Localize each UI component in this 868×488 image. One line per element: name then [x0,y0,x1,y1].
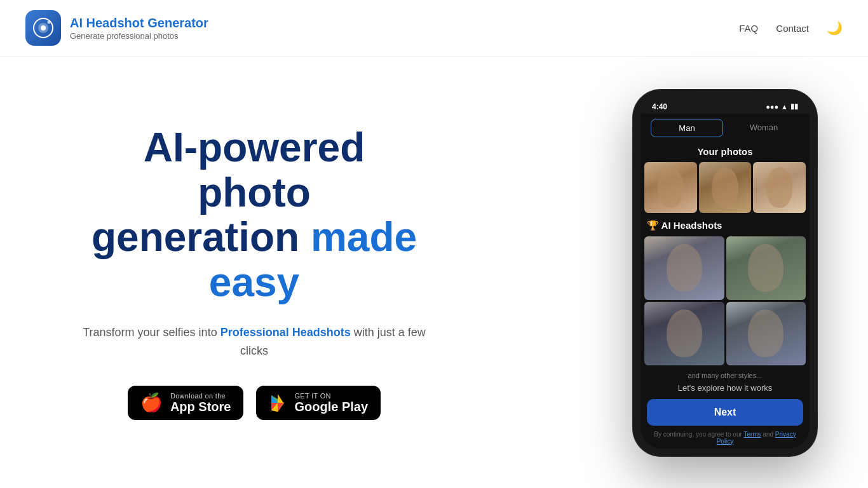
phone-mockup: 4:40 ●●● ▲ ▮▮ Man Woman Your photos [633,90,817,456]
faq-link[interactable]: FAQ [739,23,758,34]
face-silhouette-1 [658,167,684,208]
gen-face-4 [748,309,783,357]
terms-link[interactable]: Terms [743,431,761,438]
gen-photo-1 [644,236,724,300]
gen-photo-4 [726,302,806,365]
hero-title: AI-powered photo generation made easy [92,125,417,304]
generated-photos-grid [641,236,810,365]
app-store-text: Download on the App Store [170,392,231,414]
main-content: AI-powered photo generation made easy Tr… [0,57,868,488]
logo-icon [25,10,61,46]
user-photos-grid [641,162,810,213]
more-styles-text: and many other styles... [647,372,803,379]
title-part1: AI-powered [144,125,365,170]
terms-prefix: By continuing, you agree to our [654,431,743,438]
user-photo-3 [753,162,806,213]
google-play-main: Google Play [294,400,368,414]
explore-text: Let's explore how it works [647,383,803,393]
google-play-top: GET IT ON [294,392,330,400]
phone-bottom-section: and many other styles... Let's explore h… [641,365,810,449]
store-buttons-container: 🍎 Download on the App Store [128,386,381,420]
signal-icon: ●●● [766,103,778,111]
face-silhouette-3 [766,167,792,208]
gen-face-3 [667,309,702,357]
left-section: AI-powered photo generation made easy Tr… [76,125,432,419]
svg-point-2 [41,25,46,30]
subtitle-prefix: Transform your selfies into [83,326,220,339]
phone-time: 4:40 [652,102,667,111]
subtitle-highlight: Professional Headshots [220,326,351,339]
app-store-main: App Store [170,400,231,414]
terms-and: and [763,431,775,438]
user-photo-1 [644,162,697,213]
title-part2: photo [198,170,311,215]
svg-point-3 [48,21,51,24]
app-title: AI Headshot Generator [70,16,208,30]
hero-subtitle: Transform your selfies into Professional… [76,323,432,360]
app-store-button[interactable]: 🍎 Download on the App Store [128,386,244,420]
title-part4: made [311,214,417,260]
status-icons: ●●● ▲ ▮▮ [766,102,798,111]
logo-area: AI Headshot Generator Generate professio… [25,10,208,46]
wifi-icon: ▲ [781,103,788,111]
photos-heading: Your photos [641,142,810,162]
next-button[interactable]: Next [647,399,803,426]
face-silhouette-2 [712,167,738,208]
contact-link[interactable]: Contact [776,23,809,34]
gen-photo-3 [644,302,724,365]
tab-woman[interactable]: Woman [728,119,799,137]
terms-text: By continuing, you agree to our Terms an… [647,431,803,445]
gender-tab-bar[interactable]: Man Woman [641,114,810,142]
title-part3: generation [92,214,299,260]
battery-icon: ▮▮ [790,102,798,111]
gen-face-2 [748,244,783,292]
gen-photo-2 [726,236,806,300]
app-store-top: Download on the [170,392,226,400]
google-play-icon [269,394,287,412]
main-nav: FAQ Contact 🌙 [739,20,843,36]
google-play-button[interactable]: GET IT ON Google Play [256,386,381,420]
right-section: 4:40 ●●● ▲ ▮▮ Man Woman Your photos [633,90,817,456]
ai-headshots-label: 🏆 AI Headshots [641,215,810,236]
phone-screen: 4:40 ●●● ▲ ▮▮ Man Woman Your photos [641,97,810,449]
app-subtitle: Generate professional photos [70,31,208,41]
tab-man[interactable]: Man [651,119,723,137]
google-play-text: GET IT ON Google Play [294,392,368,414]
title-part5: easy [209,259,299,305]
user-photo-2 [699,162,752,213]
logo-text: AI Headshot Generator Generate professio… [70,16,208,41]
gen-face-1 [667,244,702,292]
dark-mode-icon[interactable]: 🌙 [827,20,843,36]
phone-notch [696,97,754,111]
apple-icon: 🍎 [140,392,163,413]
